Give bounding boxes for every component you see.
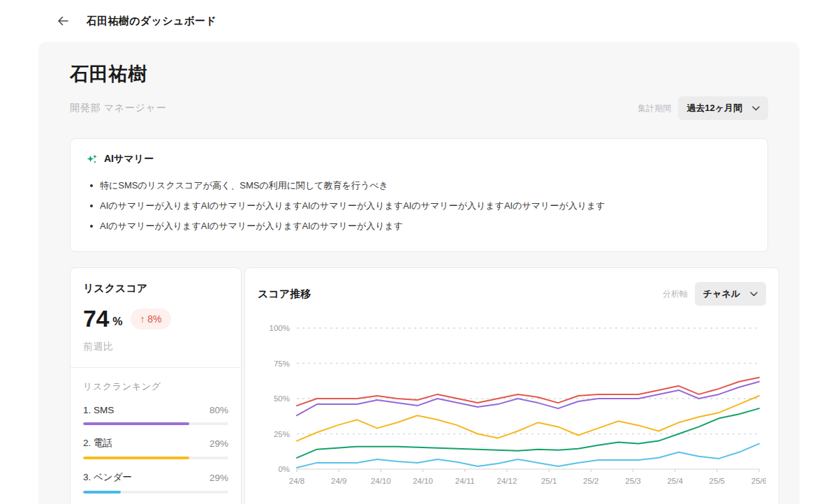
x-tick-label: 24/11	[455, 477, 475, 485]
series-line-ベンダー	[297, 444, 759, 468]
y-tick-label: 75%	[274, 360, 290, 368]
ranking-bar-track	[83, 491, 228, 494]
ranking-bar-fill	[83, 457, 189, 459]
bullet-dot	[90, 205, 93, 207]
x-tick-label: 24/9	[331, 477, 346, 485]
risk-score-card: リスクスコア 74 % ↑ 8% 前週比 リスクランキング 1. SMS80%2…	[70, 267, 242, 504]
risk-score-value: 74	[83, 305, 109, 332]
ranking-item-value: 29%	[210, 473, 228, 483]
ai-summary-title: AIサマリー	[104, 153, 154, 165]
arrow-left-icon	[57, 15, 69, 27]
person-name: 石田祐樹	[70, 61, 768, 87]
page-title: 石田祐樹のダッシュボード	[87, 15, 216, 28]
ai-summary-card: AIサマリー 特にSMSのリスクスコアが高く、SMSの利用に関して教育を行うべき…	[70, 138, 768, 252]
bullet-dot	[90, 184, 93, 187]
compare-label: 前週比	[83, 341, 228, 353]
chevron-down-icon	[752, 106, 760, 111]
bullet-dot	[90, 225, 93, 228]
period-label: 集計期間	[638, 103, 671, 114]
y-tick-label: 50%	[274, 394, 290, 403]
axis-label: 分析軸	[663, 288, 688, 300]
period-select-value: 過去12ヶ月間	[686, 102, 742, 114]
chart-title: スコア推移	[258, 288, 311, 301]
ai-summary-bullet: AIのサマリーが入りますAIのサマリーが入りますAIのサマリーが入りますAIのサ…	[86, 195, 752, 216]
ranking-item: 1. SMS80%	[83, 405, 228, 425]
x-tick-label: 25/5	[710, 477, 725, 485]
x-tick-label: 25/4	[667, 477, 683, 485]
x-tick-label: 24/10	[371, 477, 391, 485]
divider	[71, 367, 241, 368]
sparkles-icon	[86, 154, 98, 165]
x-tick-label: 24/8	[289, 477, 304, 485]
period-select[interactable]: 過去12ヶ月間	[678, 96, 768, 120]
ai-summary-bullet: 特にSMSのリスクスコアが高く、SMSの利用に関して教育を行うべき	[86, 175, 752, 195]
ranking-bar-fill	[83, 422, 189, 425]
risk-score-unit: %	[112, 316, 122, 328]
line-chart: 0%25%50%75%100%24/824/924/1024/1024/1124…	[258, 318, 766, 497]
dashboard-panel: 石田祐樹 開発部 マネージャー 集計期間 過去12ヶ月間 AIサマリー 特にSM…	[38, 42, 800, 504]
back-button[interactable]	[54, 13, 71, 29]
series-line-メール	[297, 409, 759, 459]
ranking-item-value: 29%	[210, 438, 228, 449]
ai-summary-bullet: AIのサマリーが入りますAIのサマリーが入りますAIのサマリーが入ります	[86, 216, 752, 236]
ranking-item-label: 2. 電話	[83, 437, 112, 450]
chart-svg: 0%25%50%75%100%24/824/924/1024/1024/1124…	[258, 318, 766, 494]
x-tick-label: 25/2	[583, 477, 598, 485]
ranking-title: リスクランキング	[83, 380, 228, 393]
ranking-item: 3. ベンダー29%	[83, 471, 228, 494]
ranking-item: 2. 電話29%	[83, 437, 228, 459]
ranking-item-label: 1. SMS	[83, 405, 114, 415]
ranking-item-value: 80%	[210, 405, 228, 415]
y-tick-label: 0%	[278, 465, 290, 473]
risk-ranking-list: 1. SMS80%2. 電話29%3. ベンダー29%	[83, 405, 228, 494]
ranking-bar-fill	[83, 491, 121, 494]
axis-select-value: チャネル	[703, 288, 740, 300]
chevron-down-icon	[750, 292, 758, 297]
y-tick-label: 100%	[270, 324, 290, 332]
risk-score-title: リスクスコア	[83, 282, 228, 295]
axis-select[interactable]: チャネル	[695, 282, 766, 306]
person-role: 開発部 マネージャー	[70, 102, 166, 114]
top-bar: 石田祐樹のダッシュボード	[0, 0, 838, 42]
y-tick-label: 25%	[274, 430, 290, 438]
ranking-item-label: 3. ベンダー	[83, 471, 132, 484]
x-tick-label: 25/3	[625, 477, 640, 485]
x-tick-label: 25/6	[751, 477, 766, 485]
score-trend-card: スコア推移 分析軸 チャネル 0%25%50%75%100%24/824/924…	[244, 267, 779, 504]
x-tick-label: 24/12	[497, 477, 517, 485]
ai-summary-list: 特にSMSのリスクスコアが高く、SMSの利用に関して教育を行うべきAIのサマリー…	[86, 175, 752, 236]
x-tick-label: 25/1	[541, 477, 557, 485]
ranking-bar-track	[83, 422, 228, 425]
risk-delta-badge: ↑ 8%	[131, 309, 170, 329]
ranking-bar-track	[83, 457, 228, 459]
x-tick-label: 24/10	[413, 477, 433, 485]
